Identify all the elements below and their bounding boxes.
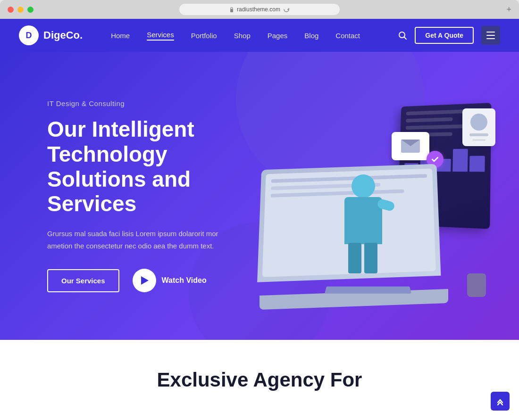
- logo-icon: D: [19, 25, 39, 45]
- hero-content: IT Design & Consulting Our Intelligent T…: [0, 99, 274, 293]
- hero-title: Our Intelligent Technology Solutions and…: [47, 117, 226, 217]
- minimize-dot[interactable]: [17, 7, 24, 13]
- search-icon: [398, 31, 407, 40]
- play-icon: [141, 276, 149, 285]
- logo-text: DigeCo.: [43, 29, 83, 41]
- float-email-card: [392, 132, 429, 160]
- get-quote-button[interactable]: Get A Quote: [415, 27, 474, 44]
- address-bar[interactable]: radiustheme.com: [179, 4, 340, 15]
- watch-video-text: Watch Video: [162, 276, 207, 285]
- person-leg-right: [364, 243, 377, 273]
- float-profile-card: [462, 108, 495, 146]
- nav-links: Home Services Portfolio Shop Pages Blog …: [111, 31, 398, 41]
- browser-titlebar: radiustheme.com +: [0, 0, 519, 19]
- menu-line-1: [486, 32, 495, 33]
- person-body: [344, 197, 382, 244]
- page-wrapper: D DigeCo. Home Services Portfolio Shop P…: [0, 19, 519, 420]
- checkmark-icon: [431, 155, 439, 164]
- profile-name-line: [469, 133, 488, 136]
- nav-link-pages[interactable]: Pages: [268, 32, 288, 40]
- browser-window: radiustheme.com +: [0, 0, 519, 19]
- fullscreen-dot[interactable]: [27, 7, 33, 13]
- profile-avatar: [470, 114, 487, 131]
- play-circle: [133, 269, 156, 292]
- menu-line-2: [486, 35, 495, 36]
- profile-role-line: [472, 139, 486, 141]
- menu-button[interactable]: [481, 26, 500, 45]
- url-text: radiustheme.com: [237, 6, 280, 13]
- nav-actions: Get A Quote: [398, 26, 500, 45]
- hero-illustration: [241, 66, 500, 335]
- menu-line-3: [486, 38, 495, 39]
- navbar: D DigeCo. Home Services Portfolio Shop P…: [0, 19, 519, 52]
- svg-line-2: [404, 37, 407, 40]
- hero-title-line1: Our Intelligent Technology: [47, 117, 194, 166]
- lock-icon: [229, 7, 234, 12]
- iso-platform: [325, 287, 411, 294]
- refresh-icon[interactable]: [283, 6, 290, 13]
- our-services-button[interactable]: Our Services: [47, 269, 119, 292]
- hero-buttons: Our Services Watch Video: [47, 269, 226, 292]
- close-dot[interactable]: [8, 7, 14, 13]
- person-leg-left: [348, 243, 361, 273]
- scroll-top-button[interactable]: [491, 392, 510, 411]
- add-tab-button[interactable]: +: [506, 5, 511, 15]
- hero-section: IT Design & Consulting Our Intelligent T…: [0, 52, 519, 340]
- hero-description: Grursus mal suada faci lisis Lorem ipsum…: [47, 228, 226, 252]
- nav-link-portfolio[interactable]: Portfolio: [191, 32, 217, 40]
- nav-link-services[interactable]: Services: [147, 31, 174, 41]
- chevron-up-icon: [496, 397, 504, 405]
- iso-mug: [467, 273, 486, 297]
- nav-link-contact[interactable]: Contact: [335, 32, 360, 40]
- search-button[interactable]: [398, 31, 407, 40]
- monitor-line-2: [406, 117, 452, 123]
- email-icon: [401, 140, 420, 153]
- section-title: Exclusive Agency For: [157, 369, 362, 391]
- nav-link-blog[interactable]: Blog: [304, 32, 318, 40]
- hero-title-line2: Solutions and Services: [47, 167, 191, 216]
- watch-video-button[interactable]: Watch Video: [133, 269, 207, 292]
- svg-rect-0: [230, 9, 233, 12]
- person-head: [352, 174, 375, 198]
- monitor-line-3: [406, 124, 469, 130]
- person-figure: [335, 174, 392, 278]
- white-section: Exclusive Agency For: [0, 340, 519, 420]
- hero-subtitle: IT Design & Consulting: [47, 99, 226, 107]
- logo[interactable]: D DigeCo.: [19, 25, 83, 45]
- nav-link-home[interactable]: Home: [111, 32, 130, 40]
- nav-link-shop[interactable]: Shop: [234, 32, 251, 40]
